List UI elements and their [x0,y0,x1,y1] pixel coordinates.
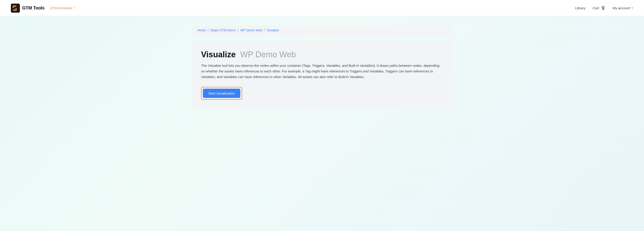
breadcrumb: Home / Stape GTM Demo / WP Demo Web / Vi… [192,25,452,35]
header: GTM Tools GTM Accounts ▽ Library Cart My… [0,0,644,16]
cart-label: Cart [593,6,599,10]
page-title-main: Visualize [201,50,236,59]
page-title-subtitle: WP Demo Web [240,50,296,59]
logo-link[interactable]: GTM Tools [11,4,44,13]
start-visualization-button[interactable]: Start visualization [203,89,240,98]
header-right: Library Cart My account ▽ [575,6,633,10]
gtm-accounts-label: GTM Accounts [50,6,72,10]
cart-nav[interactable]: Cart [593,6,606,10]
breadcrumb-separator-1: / [208,28,208,32]
logo-text: GTM Tools [22,6,44,10]
breadcrumb-stape-gtm-demo[interactable]: Stape GTM Demo [210,28,236,32]
my-account-chevron-icon: ▽ [631,6,633,10]
gtm-accounts-chevron-icon: ▽ [74,6,75,10]
gtm-accounts-nav[interactable]: GTM Accounts ▽ [50,6,75,10]
visualize-card: Visualize WP Demo Web The Visualize tool… [192,40,452,109]
breadcrumb-home[interactable]: Home [198,28,206,32]
page-title: Visualize WP Demo Web [201,50,443,59]
logo-icon [11,4,20,13]
cart-icon [601,6,606,10]
library-link[interactable]: Library [575,6,586,10]
breadcrumb-separator-2: / [238,28,238,32]
main-content: Home / Stape GTM Demo / WP Demo Web / Vi… [186,16,458,118]
visualize-description: The Visualize tool lets you observe the … [201,63,443,80]
breadcrumb-visualize[interactable]: Visualize [266,28,279,32]
start-visualization-button-wrapper: Start visualization [201,87,242,100]
my-account-nav[interactable]: My account ▽ [613,6,633,10]
header-left: GTM Tools GTM Accounts ▽ [11,4,75,13]
my-account-label: My account [613,6,630,10]
breadcrumb-wp-demo-web[interactable]: WP Demo Web [240,28,262,32]
breadcrumb-separator-3: / [264,28,265,32]
